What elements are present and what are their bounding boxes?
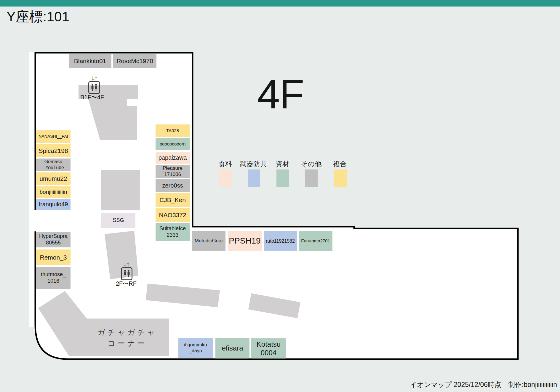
shop-papaizawa[interactable]: papaizawa <box>156 152 190 164</box>
shop-cjb-ken[interactable]: CJB_Ken <box>156 193 190 207</box>
shop-thutmose1016[interactable]: thutmose_ 1016 <box>36 267 71 289</box>
shop-spica2198[interactable]: Spica2198 <box>36 144 71 157</box>
floor-map-page: Y座標:101 4F 食料 武器防具 資材 その他 複合 <box>0 0 560 392</box>
shop-melodicgear[interactable]: MelodicGear <box>192 231 225 251</box>
legend-swatch-food <box>219 169 232 187</box>
shop-ruto11921582[interactable]: ruto11921582 <box>264 231 297 251</box>
elevator-arrows-icon: ↓↑ <box>120 260 133 268</box>
corridor-center-block <box>101 170 140 210</box>
legend-swatch-weapons <box>248 169 260 187</box>
shop-suitableice2333[interactable]: SuitableIce 2333 <box>156 223 190 241</box>
shop-gemasu-youtube[interactable]: Gemasu _YouTube <box>36 159 71 171</box>
gacha-corner-label: ガチャガチャ コーナー <box>87 324 167 351</box>
shop-ppsh19[interactable]: PPSH19 <box>228 231 262 251</box>
elevator-icon <box>121 267 132 280</box>
shop-furutomo2701[interactable]: Furutomo2701 <box>299 231 332 251</box>
elevator-range-label: 2F〜RF <box>114 280 139 288</box>
shop-hypersupra80555[interactable]: HyperSupra 80555 <box>36 232 71 247</box>
shop-itigomiruku-dayo[interactable]: itigomiruku _dayo <box>178 338 213 358</box>
elevator-range-label: B1F〜4F <box>76 93 108 101</box>
floor-number: 4F <box>257 71 322 118</box>
shop-blankkito01[interactable]: Blankkito01 <box>69 54 111 68</box>
elevator-people-icon <box>90 83 98 92</box>
legend-label-mixed: 複合 <box>322 159 358 168</box>
shop-nanashi-pai[interactable]: NANASHI__PAI <box>36 130 71 143</box>
shop-pleasure171006[interactable]: Pleasure 171006 <box>156 165 190 178</box>
shop-pooopcooorn[interactable]: pooopcooorn <box>156 138 190 150</box>
shop-kotatsu0004[interactable]: Kotatsu 0004 <box>251 338 286 359</box>
elevator-arrows-icon: ↓↑ <box>87 74 101 82</box>
shop-zero0ss[interactable]: zero0ss <box>156 179 190 192</box>
shop-efisara[interactable]: efisara <box>215 338 249 359</box>
shop-ssg[interactable]: SSG <box>101 213 135 228</box>
legend-swatch-mixed <box>334 169 347 187</box>
shop-umumu22[interactable]: umumu22 <box>36 172 71 185</box>
shop-tranquilo49[interactable]: tranquilo49 <box>36 199 71 210</box>
credit-text: イオンマップ 2025/12/06時点 制作:bonjiiiiiiiiiiin <box>410 380 557 389</box>
elevator-people-icon <box>123 269 131 278</box>
shop-remon3[interactable]: Remon_3 <box>36 249 71 265</box>
shop-ta028[interactable]: TA028 <box>156 124 190 137</box>
shop-bonjin[interactable]: bonjiiiiiiiiiiin <box>36 186 71 198</box>
legend-swatch-materials <box>276 169 289 187</box>
elevator-icon <box>88 81 100 94</box>
legend-swatch-other <box>305 169 318 187</box>
shop-rosemc1970[interactable]: RoseMc1970 <box>113 54 156 68</box>
left-wall-opening <box>33 210 37 231</box>
shop-nao3372[interactable]: NAO3372 <box>156 208 190 222</box>
